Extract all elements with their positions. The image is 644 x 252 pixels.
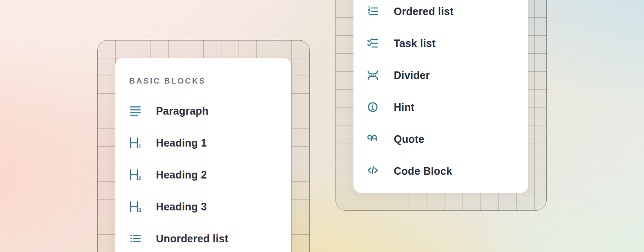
menu-item-hint[interactable]: Hint bbox=[366, 99, 528, 116]
menu-item-quote[interactable]: Quote bbox=[366, 131, 528, 147]
menu-item-heading-2[interactable]: 2Heading 2 bbox=[129, 166, 291, 183]
ordered-list-icon: 1 2 bbox=[366, 5, 379, 17]
menu-item-label: Quote bbox=[394, 133, 424, 145]
svg-text:1: 1 bbox=[138, 143, 141, 149]
heading-2-icon: 2 bbox=[129, 169, 142, 181]
hint-icon bbox=[366, 101, 379, 113]
menu-item-label: Task list bbox=[394, 37, 436, 50]
menu-item-heading-3[interactable]: 3Heading 3 bbox=[129, 198, 291, 215]
menu-section-header: BASIC BLOCKS bbox=[129, 77, 291, 85]
menu-item-ordered-list[interactable]: 1 2Ordered list bbox=[366, 3, 528, 20]
menu-item-label: Divider bbox=[394, 69, 430, 81]
menu-item-label: Paragraph bbox=[156, 105, 208, 117]
advanced-blocks-menu-list: 1 2Ordered list Task list Divider Hint Q… bbox=[366, 3, 528, 179]
quote-icon bbox=[366, 133, 379, 145]
svg-text:2: 2 bbox=[368, 9, 370, 14]
divider-icon bbox=[366, 69, 379, 81]
menu-item-label: Heading 1 bbox=[156, 137, 207, 149]
advanced-blocks-menu-card: 1 2Ordered list Task list Divider Hint Q… bbox=[353, 0, 528, 193]
basic-blocks-menu-list: Paragraph 1Heading 1 2Heading 2 3Heading… bbox=[129, 102, 291, 247]
menu-item-label: Unordered list bbox=[156, 233, 228, 245]
svg-text:2: 2 bbox=[138, 175, 141, 181]
menu-item-heading-1[interactable]: 1Heading 1 bbox=[129, 134, 291, 151]
task-list-icon bbox=[366, 37, 379, 49]
code-block-icon bbox=[366, 165, 379, 177]
menu-item-label: Code Block bbox=[394, 165, 452, 177]
menu-item-paragraph[interactable]: Paragraph bbox=[129, 102, 291, 119]
paragraph-icon bbox=[129, 105, 142, 117]
heading-3-icon: 3 bbox=[129, 201, 142, 213]
unordered-list-icon bbox=[129, 233, 142, 244]
basic-blocks-menu-card: BASIC BLOCKS Paragraph 1Heading 1 2Headi… bbox=[115, 58, 291, 252]
menu-item-label: Heading 2 bbox=[156, 169, 207, 181]
menu-item-code-block[interactable]: Code Block bbox=[366, 163, 528, 179]
menu-item-unordered-list[interactable]: Unordered list bbox=[129, 230, 291, 247]
menu-item-divider[interactable]: Divider bbox=[366, 67, 528, 84]
menu-item-label: Hint bbox=[394, 101, 414, 113]
svg-text:3: 3 bbox=[138, 207, 141, 213]
menu-item-label: Heading 3 bbox=[156, 201, 207, 213]
heading-1-icon: 1 bbox=[129, 137, 142, 149]
menu-item-task-list[interactable]: Task list bbox=[366, 35, 528, 52]
menu-item-label: Ordered list bbox=[394, 5, 454, 18]
